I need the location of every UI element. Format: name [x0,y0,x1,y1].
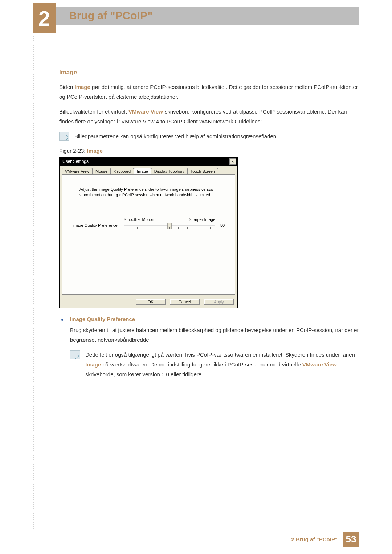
page-footer: 2 Brug af "PCoIP" 53 [286,532,359,547]
tab-vmware-view[interactable]: VMware View [62,168,93,174]
bullet-body: Brug skyderen til at justere balancen me… [70,325,359,345]
note-icon [70,350,80,359]
text: Dette felt er også tilgængeligt på værte… [85,352,355,358]
text: Siden [59,84,75,90]
window-close-button[interactable]: × [229,158,236,165]
section-heading: Image [59,69,359,76]
slider-value: 50 [220,217,228,227]
keyword-vmware-view: VMware View [128,108,163,115]
close-icon: × [232,160,234,164]
note-icon [59,132,69,141]
footer-page-number: 53 [343,532,359,547]
keyword-image: Image [75,84,90,90]
window-button-row: OK Cancel Apply [60,297,237,308]
chapter-number-badge: 2 [33,3,56,33]
text: gør det muligt at ændre PCoIP-sessionens… [59,84,358,100]
keyword-vmware-view: VMware View [302,361,337,368]
figure-keyword: Image [87,148,103,154]
figure-caption: Figur 2-23: Image [59,148,359,154]
tab-image[interactable]: Image [134,168,151,174]
tab-touch-screen[interactable]: Touch Screen [187,168,218,174]
slider-right-label: Sharper Image [189,217,215,222]
chapter-title: Brug af "PCoIP" [69,9,152,22]
figure-prefix: Figur 2-23: [59,148,87,154]
window-title: User Settings [62,159,89,164]
image-quality-slider-block: Image Quality Preference: Smoother Motio… [72,217,228,230]
text: Billedkvaliteten for et virtuelt [59,108,128,115]
slider-label: Image Quality Preference: [72,217,119,227]
text: på værtssoftwaren. Denne indstilling fun… [101,361,302,368]
slider-end-labels: Smoother Motion Sharper Image [124,217,215,222]
note-text: Dette felt er også tilgængeligt på værte… [85,350,359,379]
tab-keyboard[interactable]: Keyboard [110,168,134,174]
slider-ticks [124,227,215,229]
note-1: Billedparametrene kan også konfigureres … [59,131,359,141]
window-titlebar: User Settings × [60,157,237,166]
user-settings-window: User Settings × VMware View Mouse Keyboa… [59,157,238,308]
apply-button[interactable]: Apply [204,299,234,305]
ok-button[interactable]: OK [136,299,166,305]
paragraph-2: Billedkvaliteten for et virtuelt VMware … [59,107,359,126]
paragraph-1: Siden Image gør det muligt at ændre PCoI… [59,82,359,102]
bullet-dot-icon [61,319,63,321]
tab-display-topology[interactable]: Display Topology [151,168,188,174]
pane-description: Adjust the Image Quality Preference slid… [79,187,217,198]
note-2: Dette felt er også tilgængeligt på værte… [70,350,359,379]
note-text: Billedparametrene kan også konfigureres … [74,131,278,141]
slider-left-label: Smoother Motion [124,217,154,222]
bullet-title: Image Quality Preference [70,316,135,322]
tab-strip: VMware View Mouse Keyboard Image Display… [60,166,237,174]
footer-chapter-label: 2 Brug af "PCoIP" [286,533,343,546]
side-stripe-decoration [33,36,34,532]
image-quality-slider[interactable] [124,222,215,230]
tab-pane-image: Adjust the Image Quality Preference slid… [62,174,235,295]
tab-mouse[interactable]: Mouse [92,168,111,174]
cancel-button[interactable]: Cancel [170,299,200,305]
bullet-item: Image Quality Preference [61,316,359,322]
keyword-image: Image [85,361,101,368]
